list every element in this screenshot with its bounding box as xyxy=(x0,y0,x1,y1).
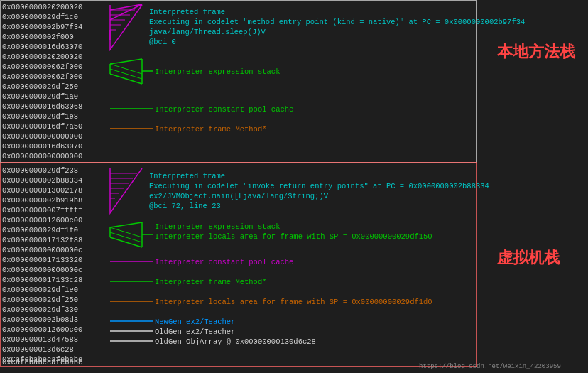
svg-text:0x0000000012600c00: 0x0000000012600c00 xyxy=(2,325,82,334)
svg-text:0x0000000016df7a50: 0x0000000016df7a50 xyxy=(2,122,82,131)
svg-text:0x0000000017132f88: 0x0000000017132f88 xyxy=(2,236,82,244)
svg-text:OldGen ObjArray @ 0x0000000013: OldGen ObjArray @ 0x00000000130d6c28 xyxy=(155,337,316,346)
svg-text:0x0000000000000000: 0x0000000000000000 xyxy=(2,152,82,161)
svg-text:Interpreter frame Method*: Interpreter frame Method* xyxy=(155,125,267,134)
svg-rect-1 xyxy=(1,163,477,367)
svg-text:0x0000000016d63070: 0x0000000016d63070 xyxy=(2,43,82,51)
svg-text:0x0000000016d63070: 0x0000000016d63070 xyxy=(2,142,82,151)
svg-text:0x000000000000000c: 0x000000000000000c xyxy=(2,266,82,274)
svg-text:Interpreter locals area for fr: Interpreter locals area for frame with S… xyxy=(155,232,432,241)
svg-text:0x000000000062f000: 0x000000000062f000 xyxy=(2,72,82,81)
svg-line-78 xyxy=(110,232,142,242)
svg-text:https://blog.csdn.net/weixin_4: https://blog.csdn.net/weixin_42203959 xyxy=(419,363,561,370)
svg-text:java/lang/Thread.sleep(J)V: java/lang/Thread.sleep(J)V xyxy=(149,28,266,36)
svg-text:0x0000000020200020: 0x0000000020200020 xyxy=(2,3,82,11)
svg-text:Interpreter frame Method*: Interpreter frame Method* xyxy=(155,278,267,286)
svg-text:Interpreted frame: Interpreted frame xyxy=(149,8,225,16)
svg-text:0x0000000029df330: 0x0000000029df330 xyxy=(2,306,78,314)
svg-text:0x0000000029df1e0: 0x0000000029df1e0 xyxy=(2,286,78,294)
svg-text:0x0000000029df1f0: 0x0000000029df1f0 xyxy=(2,226,78,234)
svg-line-34 xyxy=(110,64,142,74)
svg-text:0x00000000007fffff: 0x00000000007fffff xyxy=(2,206,82,215)
svg-text:0x0000000002b88334: 0x0000000002b88334 xyxy=(2,176,82,185)
svg-text:0x000000013d47588: 0x000000013d47588 xyxy=(2,335,78,344)
svg-line-77 xyxy=(110,227,142,237)
svg-text:0x0000000002b919b8: 0x0000000002b919b8 xyxy=(2,196,82,205)
svg-text:Interpreted frame: Interpreted frame xyxy=(149,172,225,180)
svg-text:0x000000013d6c28: 0x000000013d6c28 xyxy=(2,345,74,354)
svg-text:@bci 72, line 23: @bci 72, line 23 xyxy=(149,202,221,210)
svg-text:0x0000000012600c00: 0x0000000012600c00 xyxy=(2,216,82,225)
svg-text:0x0000000029df238: 0x0000000029df238 xyxy=(2,166,78,175)
svg-line-18 xyxy=(110,4,142,10)
svg-text:Interpreter expression stack: Interpreter expression stack xyxy=(155,222,280,231)
svg-text:Interpreter locals area for fr: Interpreter locals area for frame with S… xyxy=(155,298,432,306)
svg-text:ex2/JVMObject.main([Ljava/lang: ex2/JVMObject.main([Ljava/lang/String;)V xyxy=(149,192,329,200)
svg-text:@bci 0: @bci 0 xyxy=(149,38,176,46)
svg-text:Interpreter expression stack: Interpreter expression stack xyxy=(155,67,280,76)
svg-text:0x0000000029df250: 0x0000000029df250 xyxy=(2,296,78,304)
svg-text:0x0000000002b08d3: 0x0000000002b08d3 xyxy=(2,315,78,324)
svg-text:Interpreter constant pool cach: Interpreter constant pool cache xyxy=(155,258,293,266)
svg-line-73 xyxy=(110,222,142,227)
svg-line-30 xyxy=(110,59,142,64)
svg-text:0x0000000016d63068: 0x0000000016d63068 xyxy=(2,102,82,111)
svg-text:0x0000000013002178: 0x0000000013002178 xyxy=(2,186,82,195)
svg-text:0x0000000017133320: 0x0000000017133320 xyxy=(2,256,82,264)
svg-text:0x0000000029df250: 0x0000000029df250 xyxy=(2,82,78,91)
svg-line-19 xyxy=(110,4,142,20)
svg-text:0x0000000017133c28: 0x0000000017133c28 xyxy=(2,276,82,284)
svg-text:0x0000000029df1e8: 0x0000000029df1e8 xyxy=(2,112,78,121)
svg-text:0x0000000002b97f34: 0x0000000002b97f34 xyxy=(2,23,82,31)
svg-line-31 xyxy=(110,74,142,84)
svg-text:Executing in codelet "method e: Executing in codelet "method entry point… xyxy=(149,18,525,26)
svg-text:虚拟机栈: 虚拟机栈 xyxy=(496,249,560,266)
svg-text:OldGen ex2/Teacher: OldGen ex2/Teacher xyxy=(155,328,235,336)
svg-text:0x0000000002f000: 0x0000000002f000 xyxy=(2,33,74,41)
svg-text:0x0000000029df1a0: 0x0000000029df1a0 xyxy=(2,92,78,101)
svg-line-74 xyxy=(110,237,142,247)
svg-text:0x000000000062f000: 0x000000000062f000 xyxy=(2,63,82,71)
svg-text:0x000000000000000c: 0x000000000000000c xyxy=(2,246,82,254)
svg-text:0x0000000029df1c0: 0x0000000029df1c0 xyxy=(2,13,78,21)
svg-text:0x0000000000000000: 0x0000000000000000 xyxy=(2,132,82,141)
svg-text:本地方法栈: 本地方法栈 xyxy=(496,43,576,60)
svg-text:Executing in codelet "invoke r: Executing in codelet "invoke return entr… xyxy=(149,182,489,190)
svg-text:Interpreter constant pool cach: Interpreter constant pool cache xyxy=(155,105,293,114)
svg-text:0xCafebabecafebabe: 0xCafebabecafebabe xyxy=(2,355,82,364)
svg-line-35 xyxy=(110,69,142,79)
svg-rect-0 xyxy=(1,1,477,163)
svg-text:NewGen ex2/Teacher: NewGen ex2/Teacher xyxy=(155,318,235,326)
svg-text:0x0000000020200020: 0x0000000020200020 xyxy=(2,53,82,61)
svg-text:0xCafebabecafebabe: 0xCafebabecafebabe xyxy=(2,358,82,367)
main-container: 0x0000000020200020 0x0000000029df1c0 0x0… xyxy=(0,0,588,373)
